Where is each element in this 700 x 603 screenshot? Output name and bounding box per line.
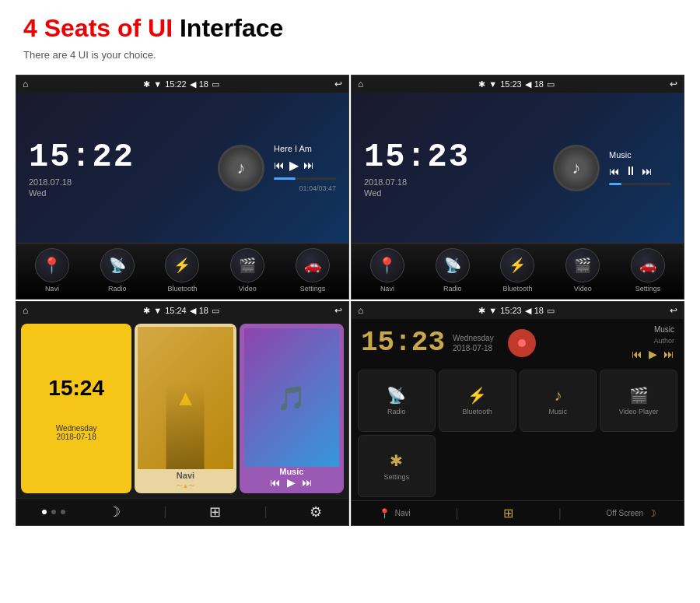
clock-time-2: 15:23 (364, 138, 470, 176)
clock-date-1: 2018.07.18 (29, 177, 135, 187)
radio-label-4: Radio (387, 408, 406, 415)
progress-bar-2 (609, 183, 671, 185)
back-icon-4[interactable]: ↩ (670, 305, 677, 316)
status-bar-1: ⌂ ✱ ▼ 15:22 ◀ 18 ▭ ↩ (16, 75, 348, 93)
nav-bluetooth-1[interactable]: ⚡ Bluetooth (163, 248, 201, 293)
next-icon[interactable]: ⏭ (303, 159, 314, 171)
gold-music-author: Author (653, 337, 674, 345)
screen-icon-2: ▭ (547, 79, 555, 89)
gold-offscreen-item[interactable]: Off Screen ☽ (607, 508, 657, 519)
bluetooth-label-4: Bluetooth (463, 408, 492, 415)
gold-nav-video[interactable]: 🎬 Video Player (600, 370, 677, 432)
battery-4: 18 (534, 306, 544, 315)
grid-icon[interactable]: ⊞ (209, 503, 221, 521)
card-music[interactable]: 🎵 Music ⏮ ▶ ⏭ (240, 324, 344, 493)
status-time-1: 15:22 (165, 79, 187, 89)
music-controls-1[interactable]: ⏮ ▶ ⏭ (274, 158, 336, 173)
settings-icon-2: 🚗 (639, 257, 656, 274)
screen-icon-4: ▭ (547, 306, 555, 316)
screen-3-content: 15:24 Wednesday 2018-07-18 ▲ Navi 〜▲〜 🎵 … (16, 319, 348, 498)
nav-video-2[interactable]: 🎬 Video (563, 248, 602, 293)
home-icon-3[interactable]: ⌂ (23, 305, 28, 316)
divider-2: | (264, 505, 267, 519)
card-navi-label: Navi (175, 469, 196, 482)
home-icon-4[interactable]: ⌂ (358, 305, 363, 316)
nav-navi-2[interactable]: 📍 Navi (368, 248, 407, 293)
music-controls-2[interactable]: ⏮ ⏸ ⏭ (609, 164, 671, 178)
gold-divider-1: | (455, 507, 458, 521)
play-icon-4[interactable]: ▶ (649, 348, 657, 360)
back-icon-3[interactable]: ↩ (334, 305, 342, 316)
nav-label-navi-1: Navi (45, 285, 59, 293)
card-clock: 15:24 Wednesday 2018-07-18 (21, 324, 131, 493)
prev-icon-3[interactable]: ⏮ (270, 476, 281, 489)
nav-video-1[interactable]: 🎬 Video (228, 248, 267, 293)
nav-label-bt-1: Bluetooth (167, 285, 197, 293)
progress-fill-1 (274, 177, 296, 180)
prev-icon[interactable]: ⏮ (274, 159, 285, 171)
home-icon[interactable]: ⌂ (23, 79, 28, 89)
status-bar-3: ⌂ ✱ ▼ 15:24 ◀ 18 ▭ ↩ (16, 302, 348, 319)
gold-controls[interactable]: ⏮ ▶ ⏭ (632, 348, 674, 360)
gold-navi-item[interactable]: 📍 Navi (379, 508, 411, 519)
nav-label-video-1: Video (239, 285, 257, 293)
nav-settings-1[interactable]: 🚗 Settings (293, 248, 332, 293)
gold-nav-radio[interactable]: 📡 Radio (358, 370, 436, 432)
prev-icon-2[interactable]: ⏮ (609, 165, 620, 177)
screen-2: ⌂ ✱ ▼ 15:23 ◀ 18 ▭ ↩ 15:23 2018.07.18 We… (351, 75, 684, 300)
music-art-2: ♪ (553, 145, 600, 191)
bluetooth-icon-4: ⚡ (467, 386, 487, 405)
music-ctrl-bar-3[interactable]: ⏮ ▶ ⏭ (270, 476, 313, 489)
music-title-2: Music (609, 150, 671, 160)
next-icon-2[interactable]: ⏭ (642, 165, 653, 177)
bt-icon-2: ✱ (478, 79, 485, 89)
top-section-4: 15:23 Wednesday 2018-07-18 Music Author … (352, 319, 684, 366)
next-icon-4[interactable]: ⏭ (663, 348, 674, 360)
nav-label-bt-2: Bluetooth (502, 285, 532, 293)
music-time-1: 01:04/03:47 (274, 184, 336, 192)
gold-nav-music[interactable]: ♪ Music (520, 370, 597, 432)
bluetooth-icon-1: ⚡ (173, 257, 191, 274)
gold-day: Wednesday (453, 334, 494, 342)
moon-icon[interactable]: ☽ (108, 503, 121, 521)
back-icon[interactable]: ↩ (334, 79, 342, 89)
bluetooth-icon-wrap-1: ⚡ (165, 248, 199, 282)
home-icon-2[interactable]: ⌂ (358, 79, 363, 89)
radio-icon-wrap: 📡 (100, 248, 135, 282)
pause-icon-2[interactable]: ⏸ (625, 164, 637, 178)
gear-icon-3[interactable]: ⚙ (310, 503, 322, 521)
music-section-2: ♪ Music ⏮ ⏸ ⏭ (553, 145, 671, 191)
video-icon-wrap-2: 🎬 (565, 248, 600, 282)
gold-nav-grid: 📡 Radio ⚡ Bluetooth ♪ Music 🎬 Video Play… (352, 366, 684, 500)
battery-2: 18 (534, 79, 544, 89)
music-note-icon: ♪ (237, 158, 246, 178)
gold-nav-bluetooth[interactable]: ⚡ Bluetooth (439, 370, 516, 432)
gold-apps-item[interactable]: ⊞ (503, 506, 513, 521)
music-label-4: Music (549, 408, 568, 415)
clock-date-2: 2018.07.18 (364, 177, 470, 187)
nav-radio-1[interactable]: 📡 Radio (98, 248, 137, 293)
nav-navi-1[interactable]: 📍 Navi (33, 248, 72, 293)
prev-icon-4[interactable]: ⏮ (632, 348, 642, 360)
offscreen-icon-4: ☽ (648, 508, 656, 519)
back-icon-2[interactable]: ↩ (670, 79, 677, 89)
nav-settings-2[interactable]: 🚗 Settings (628, 248, 667, 293)
settings-icon-wrap-2: 🚗 (631, 248, 665, 282)
music-info-2: Music ⏮ ⏸ ⏭ (609, 150, 671, 185)
card-clock-date: 2018-07-18 (57, 433, 96, 441)
gold-bottom-bar: 📍 Navi | ⊞ | Off Screen ☽ (352, 500, 684, 525)
play-icon-3[interactable]: ▶ (287, 476, 296, 489)
screen-1: ⌂ ✱ ▼ 15:22 ◀ 18 ▭ ↩ 15:22 2018.07.18 We… (16, 75, 349, 300)
bottom-bar-3: ☽ | ⊞ | ⚙ (16, 498, 348, 525)
record-dot (518, 339, 526, 347)
play-icon[interactable]: ▶ (289, 158, 299, 173)
nav-radio-2[interactable]: 📡 Radio (433, 248, 472, 293)
next-icon-3[interactable]: ⏭ (302, 476, 313, 489)
record-button[interactable] (508, 329, 536, 357)
card-navi[interactable]: ▲ Navi 〜▲〜 (135, 324, 236, 493)
gold-nav-settings[interactable]: ✱ Settings (358, 435, 436, 497)
nav-bluetooth-2[interactable]: ⚡ Bluetooth (498, 248, 537, 293)
nav-label-radio-2: Radio (443, 285, 462, 293)
dot-2 (51, 510, 56, 514)
screens-grid: ⌂ ✱ ▼ 15:22 ◀ 18 ▭ ↩ 15:22 2018.07.18 We… (16, 75, 684, 526)
